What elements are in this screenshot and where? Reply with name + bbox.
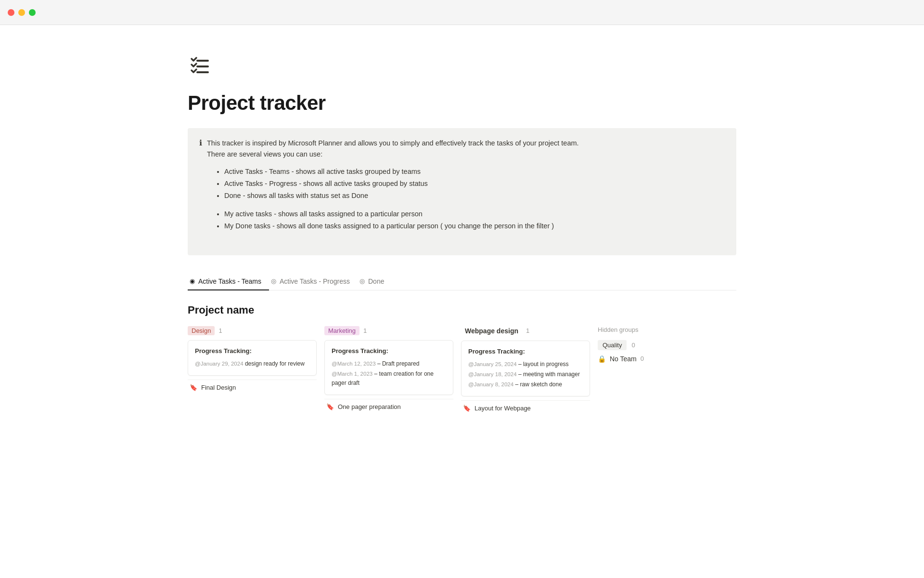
tabs-container: ◉ Active Tasks - Teams ◎ Active Tasks - … — [188, 273, 736, 290]
tab-check-icon-3: ◎ — [359, 277, 365, 285]
tab-active-tasks-progress[interactable]: ◎ Active Tasks - Progress — [269, 273, 358, 290]
page-icon — [188, 54, 736, 82]
page-title: Project tracker — [188, 92, 736, 115]
group-design: Design 1 Progress Tracking: @January 29,… — [188, 326, 317, 393]
task-entry-marketing-2: @March 1, 2023 – team creation for one p… — [332, 369, 446, 388]
info-header: ℹ This tracker is inspired by Microsoft … — [199, 138, 725, 239]
info-list-item: Done - shows all tasks with status set a… — [224, 190, 579, 202]
task-entry-webpage-3: @January 8, 2024 – raw sketch done — [468, 380, 583, 389]
info-intro: This tracker is inspired by Microsoft Pl… — [207, 138, 579, 239]
info-icon: ℹ — [199, 138, 202, 147]
info-list-item: My active tasks - shows all tasks assign… — [224, 208, 579, 220]
group-webpage: Webpage design 1 Progress Tracking: @Jan… — [461, 326, 590, 414]
no-team-icon: 🔒 — [598, 355, 606, 363]
task-card-title-design: Progress Tracking: — [195, 347, 309, 355]
info-list: Active Tasks - Teams - shows all active … — [207, 166, 579, 201]
tab-done[interactable]: ◎ Done — [358, 273, 392, 290]
maximize-button[interactable] — [29, 9, 36, 16]
group-count-marketing: 1 — [363, 327, 367, 334]
close-button[interactable] — [8, 9, 14, 16]
task-entry-webpage-1: @January 25, 2024 – layout in progress — [468, 360, 583, 369]
task-entry-design-1: @January 29, 2024 design ready for revie… — [195, 359, 309, 368]
task-item-webpage[interactable]: 🔖 Layout for Webpage — [461, 400, 590, 414]
info-list-2: My active tasks - shows all tasks assign… — [207, 208, 579, 232]
hidden-group-count-quality: 0 — [631, 342, 635, 349]
hidden-group-count-noteam: 0 — [641, 355, 644, 362]
hidden-groups-panel: Hidden groups Quality 0 🔒 No Team 0 — [598, 326, 704, 368]
group-header-design: Design 1 — [188, 326, 317, 335]
group-count-design: 1 — [218, 327, 222, 334]
task-card-webpage[interactable]: Progress Tracking: @January 25, 2024 – l… — [461, 341, 590, 397]
info-list-item: Active Tasks - Teams - shows all active … — [224, 166, 579, 178]
group-tag-design: Design — [188, 326, 215, 335]
main-content: Project tracker ℹ This tracker is inspir… — [149, 25, 775, 452]
task-item-design[interactable]: 🔖 Final Design — [188, 380, 317, 393]
tab-check-icon-2: ◎ — [271, 277, 276, 285]
task-item-icon-design: 🔖 — [190, 384, 197, 391]
task-item-name-marketing: One pager preparation — [338, 403, 401, 410]
hidden-group-tag-quality: Quality — [598, 340, 627, 350]
hidden-group-noteam: 🔒 No Team 0 — [598, 355, 704, 363]
group-header-webpage: Webpage design 1 — [461, 326, 590, 336]
no-team-label: No Team — [610, 355, 637, 363]
task-item-name-webpage: Layout for Webpage — [475, 405, 531, 412]
group-marketing: Marketing 1 Progress Tracking: @March 12… — [324, 326, 453, 413]
task-item-marketing[interactable]: 🔖 One pager preparation — [324, 399, 453, 412]
minimize-button[interactable] — [18, 9, 25, 16]
groups-row: Design 1 Progress Tracking: @January 29,… — [188, 326, 736, 414]
section-title: Project name — [188, 304, 736, 316]
task-item-name-design: Final Design — [201, 384, 236, 391]
task-card-marketing[interactable]: Progress Tracking: @March 12, 2023 – Dra… — [324, 340, 453, 395]
task-entry-webpage-2: @January 18, 2024 – meeting with manager — [468, 370, 583, 379]
tab-active-tasks-teams[interactable]: ◉ Active Tasks - Teams — [188, 273, 269, 290]
task-entry-marketing-1: @March 12, 2023 – Draft prepared — [332, 359, 446, 368]
task-item-icon-webpage: 🔖 — [463, 405, 471, 412]
task-card-title-webpage: Progress Tracking: — [468, 348, 583, 355]
group-tag-webpage: Webpage design — [461, 326, 522, 336]
titlebar — [0, 0, 924, 25]
info-list-item: Active Tasks - Progress - shows all acti… — [224, 178, 579, 190]
group-tag-marketing: Marketing — [324, 326, 359, 335]
task-card-title-marketing: Progress Tracking: — [332, 347, 446, 355]
hidden-groups-title: Hidden groups — [598, 326, 704, 333]
info-list-item: My Done tasks - shows all done tasks ass… — [224, 220, 579, 232]
task-item-icon-marketing: 🔖 — [326, 403, 334, 410]
tab-check-icon-1: ◉ — [190, 277, 195, 285]
task-card-design[interactable]: Progress Tracking: @January 29, 2024 des… — [188, 340, 317, 376]
group-count-webpage: 1 — [526, 327, 529, 334]
group-header-marketing: Marketing 1 — [324, 326, 453, 335]
info-box: ℹ This tracker is inspired by Microsoft … — [188, 128, 736, 255]
hidden-group-quality: Quality 0 — [598, 340, 704, 350]
